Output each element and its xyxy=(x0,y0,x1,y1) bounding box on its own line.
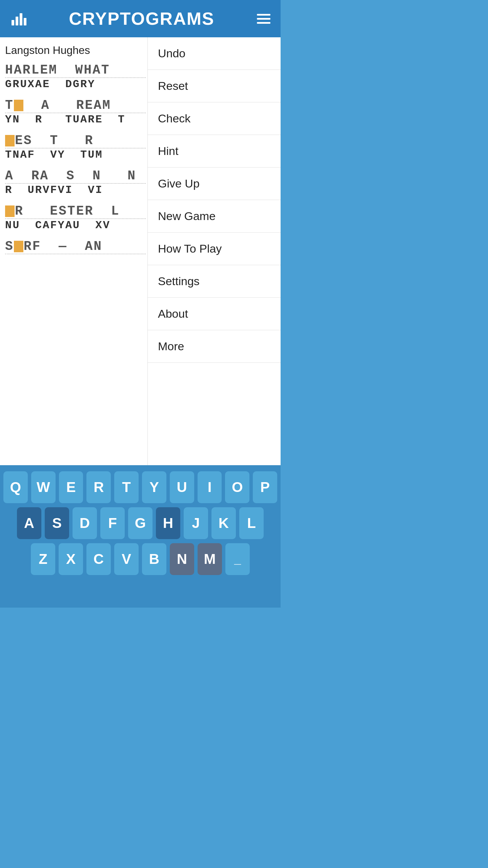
decoded-line-3: TNAF VY TUM xyxy=(5,148,146,161)
menu-item-about[interactable]: About xyxy=(148,298,281,330)
key-a[interactable]: A xyxy=(17,507,41,539)
key-v[interactable]: V xyxy=(114,543,139,575)
keyboard-row-2: A S D F G H J K L xyxy=(3,507,277,539)
key-y[interactable]: Y xyxy=(142,471,166,503)
app-header: Cryptograms xyxy=(0,0,281,37)
decoded-line-2: YN R TUARE T xyxy=(5,113,146,126)
hamburger-menu-icon[interactable] xyxy=(257,14,270,24)
puzzle-line-pair-3: ES T R TNAF VY TUM xyxy=(5,133,146,161)
key-u[interactable]: U xyxy=(170,471,194,503)
puzzle-line-pair-2: T A REAM YN R TUARE T xyxy=(5,98,146,126)
puzzle-section-5: R ESTER L NU CAFYAU XV xyxy=(5,204,146,232)
encoded-line-3: ES T R xyxy=(5,133,146,148)
menu-item-more[interactable]: More xyxy=(148,330,281,363)
decoded-line-1: GRUXAE DGRY xyxy=(5,77,146,91)
puzzle-line-pair-4: A RA S N N R URVFVI VI xyxy=(5,169,146,196)
puzzle-line-pair-1: HARLEM WHAT GRUXAE DGRY xyxy=(5,63,146,91)
menu-item-reset[interactable]: Reset xyxy=(148,70,281,102)
key-j[interactable]: J xyxy=(184,507,208,539)
puzzle-section-2: T A REAM YN R TUARE T xyxy=(5,98,146,126)
key-b[interactable]: B xyxy=(142,543,166,575)
app-title: Cryptograms xyxy=(69,8,214,29)
key-w[interactable]: W xyxy=(31,471,56,503)
menu-item-settings[interactable]: Settings xyxy=(148,265,281,298)
svg-rect-0 xyxy=(12,20,14,25)
puzzle-line-pair-5: R ESTER L NU CAFYAU XV xyxy=(5,204,146,232)
puzzle-section-4: A RA S N N R URVFVI VI xyxy=(5,169,146,196)
key-r[interactable]: R xyxy=(86,471,111,503)
menu-item-undo[interactable]: Undo xyxy=(148,37,281,70)
stats-icon[interactable] xyxy=(10,11,26,27)
menu-item-hint[interactable]: Hint xyxy=(148,135,281,167)
encoded-line-5: R ESTER L xyxy=(5,204,146,218)
decoded-line-4: R URVFVI VI xyxy=(5,183,146,196)
encoded-line-2: T A REAM xyxy=(5,98,146,113)
key-f[interactable]: F xyxy=(100,507,125,539)
encoded-line-6: SRF — AN xyxy=(5,239,146,254)
menu-item-new-game[interactable]: New Game xyxy=(148,200,281,233)
key-l[interactable]: L xyxy=(239,507,264,539)
puzzle-section-6: SRF — AN xyxy=(5,239,146,267)
menu-item-check[interactable]: Check xyxy=(148,102,281,135)
key-e[interactable]: E xyxy=(59,471,83,503)
key-underscore[interactable]: _ xyxy=(225,543,250,575)
main-content: Langston Hughes HARLEM WHAT GRUXAE DGRY … xyxy=(0,37,281,465)
menu-item-how-to-play[interactable]: How To Play xyxy=(148,233,281,265)
svg-rect-3 xyxy=(24,18,26,25)
key-i[interactable]: I xyxy=(198,471,222,503)
svg-rect-2 xyxy=(20,13,22,25)
key-t[interactable]: T xyxy=(114,471,139,503)
puzzle-section-1: HARLEM WHAT GRUXAE DGRY xyxy=(5,63,146,91)
key-q[interactable]: Q xyxy=(3,471,28,503)
key-k[interactable]: K xyxy=(211,507,236,539)
context-menu: Undo Reset Check Hint Give Up New Game H… xyxy=(147,37,281,465)
key-g[interactable]: G xyxy=(128,507,152,539)
key-h[interactable]: H xyxy=(156,507,180,539)
key-c[interactable]: C xyxy=(86,543,111,575)
keyboard-row-3: Z X C V B N M _ xyxy=(3,543,277,575)
keyboard-row-1: Q W E R T Y U I O P xyxy=(3,471,277,503)
key-m[interactable]: M xyxy=(198,543,222,575)
puzzle-area: Langston Hughes HARLEM WHAT GRUXAE DGRY … xyxy=(0,37,151,465)
author-name: Langston Hughes xyxy=(5,44,146,57)
key-p[interactable]: P xyxy=(253,471,277,503)
decoded-line-5: NU CAFYAU XV xyxy=(5,218,146,232)
key-z[interactable]: Z xyxy=(31,543,55,575)
puzzle-line-pair-6: SRF — AN xyxy=(5,239,146,267)
decoded-line-6 xyxy=(5,254,146,267)
key-x[interactable]: X xyxy=(59,543,83,575)
key-o[interactable]: O xyxy=(225,471,249,503)
puzzle-section-3: ES T R TNAF VY TUM xyxy=(5,133,146,161)
menu-item-give-up[interactable]: Give Up xyxy=(148,167,281,200)
svg-rect-1 xyxy=(16,17,18,25)
encoded-line-4: A RA S N N xyxy=(5,169,146,183)
key-n[interactable]: N xyxy=(170,543,194,575)
key-d[interactable]: D xyxy=(73,507,97,539)
keyboard: Q W E R T Y U I O P A S D F G H J K L Z … xyxy=(0,465,281,608)
encoded-line-1: HARLEM WHAT xyxy=(5,63,146,77)
key-s[interactable]: S xyxy=(45,507,69,539)
